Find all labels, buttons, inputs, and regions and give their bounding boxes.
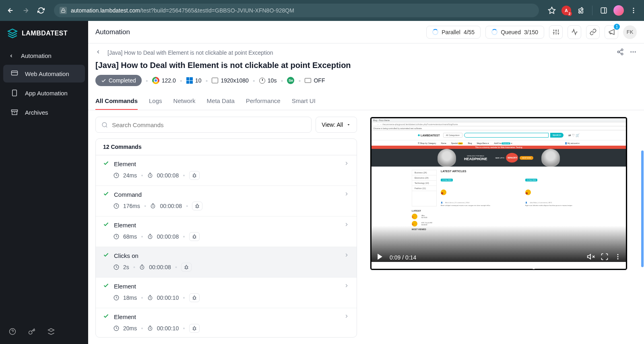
- svg-line-16: [619, 52, 621, 54]
- breadcrumb-back-icon[interactable]: [95, 49, 101, 56]
- command-row[interactable]: Element 24ms ● 00:00:08 ●: [96, 155, 357, 186]
- video-frame: Blog - Poco theme ← → ⟳ ecommerce-playgr…: [372, 118, 626, 269]
- help-icon[interactable]: [9, 328, 16, 337]
- sidebar-item-label: App Automation: [25, 90, 68, 97]
- bug-icon[interactable]: [181, 263, 192, 272]
- integrations-icon[interactable]: [47, 328, 55, 337]
- video-menu-button[interactable]: [614, 253, 621, 262]
- command-duration: 176ms: [123, 203, 140, 209]
- settings-icon-button[interactable]: [549, 25, 563, 39]
- breadcrumb: [Java] How to Deal with Element is not c…: [95, 48, 637, 57]
- spinner-icon: [491, 29, 497, 35]
- search-input[interactable]: [112, 122, 305, 128]
- view-dropdown[interactable]: View: All: [316, 117, 357, 133]
- svg-marker-1: [549, 7, 555, 14]
- video-progress-bar[interactable]: [374, 266, 623, 268]
- tab-metadata[interactable]: Meta Data: [207, 93, 235, 110]
- tab-smartui[interactable]: Smart UI: [292, 93, 316, 110]
- windows-icon: [186, 77, 193, 84]
- sidebar-item-archives[interactable]: Archives: [3, 103, 85, 121]
- video-controls: 0:09 / 0:14: [370, 248, 627, 270]
- play-button[interactable]: [376, 253, 384, 262]
- chevron-right-icon: [344, 252, 349, 260]
- bug-icon[interactable]: [189, 171, 200, 180]
- command-row[interactable]: Clicks on 2s ● 00:00:08 ●: [96, 247, 357, 278]
- sidepanel-icon[interactable]: [598, 5, 609, 16]
- browser-forward-button[interactable]: [20, 5, 31, 16]
- chevron-right-icon: [344, 161, 349, 168]
- svg-point-13: [621, 49, 623, 51]
- site-settings-icon[interactable]: [60, 7, 67, 14]
- fullscreen-button[interactable]: [601, 253, 609, 262]
- bug-icon[interactable]: [192, 202, 202, 210]
- clock-icon: [114, 295, 119, 301]
- svg-point-18: [630, 51, 632, 53]
- bug-icon[interactable]: [189, 232, 200, 241]
- browser-url-bar[interactable]: automation.lambdatest.com/test?build=256…: [54, 4, 539, 17]
- breadcrumb-text[interactable]: [Java] How to Deal with Element is not c…: [107, 49, 273, 56]
- svg-point-47: [617, 258, 619, 260]
- key-icon[interactable]: [28, 328, 35, 337]
- more-icon[interactable]: [630, 48, 637, 57]
- command-duration: 68ms: [123, 233, 137, 240]
- tab-network[interactable]: Network: [173, 93, 196, 110]
- extensions-icon[interactable]: [575, 5, 586, 16]
- svg-rect-25: [193, 174, 195, 177]
- sidebar-item-web-automation[interactable]: Web Automation: [3, 65, 85, 82]
- mute-button[interactable]: [587, 253, 595, 262]
- browser-profile-icon[interactable]: [613, 5, 624, 16]
- link-icon-button[interactable]: [586, 25, 600, 39]
- chevron-left-icon: [9, 54, 14, 58]
- tab-logs[interactable]: Logs: [149, 93, 162, 110]
- share-icon[interactable]: [617, 48, 624, 57]
- tab-performance[interactable]: Performance: [246, 93, 281, 110]
- browser-reload-button[interactable]: [35, 5, 47, 16]
- video-time: 0:09 / 0:14: [390, 254, 416, 261]
- command-row[interactable]: Element 68ms ● 00:00:08 ●: [96, 216, 357, 247]
- search-icon: [101, 122, 108, 128]
- svg-point-15: [621, 53, 623, 55]
- command-timestamp: 00:00:10: [157, 295, 179, 301]
- queued-status[interactable]: Queued 3/150: [485, 26, 544, 39]
- tab-all-commands[interactable]: All Commands: [95, 93, 138, 110]
- command-row[interactable]: Element 20ms ● 00:00:10 ●: [96, 308, 357, 338]
- sidebar-item-label: Web Automation: [25, 70, 69, 77]
- browser-meta: 122.0: [152, 77, 176, 84]
- command-row[interactable]: Command 176ms ● 00:00:08 ●: [96, 186, 357, 216]
- command-name: Element: [114, 161, 136, 167]
- announcement-icon-button[interactable]: 1: [605, 25, 618, 39]
- browser-menu-icon[interactable]: [628, 5, 639, 16]
- timer-icon: [147, 295, 153, 301]
- check-icon: [101, 78, 106, 83]
- sidebar: LAMBDATEST Automation Web Automation App…: [0, 21, 88, 344]
- check-icon: [103, 221, 109, 229]
- svg-rect-28: [196, 205, 198, 208]
- video-icon: [305, 78, 311, 83]
- commands-list: 12 Commands Element 24ms ● 00:00:08 ●: [95, 138, 357, 338]
- svg-rect-7: [12, 71, 18, 75]
- logo[interactable]: LAMBDATEST: [0, 21, 88, 47]
- search-commands[interactable]: [95, 117, 312, 133]
- sidebar-item-app-automation[interactable]: App Automation: [3, 84, 85, 102]
- extension-badge-icon[interactable]: A: [561, 6, 571, 15]
- url-path: /test?build=25647565&testId=GBBSO-JVIUN-…: [140, 7, 294, 14]
- logo-text: LAMBDATEST: [22, 30, 68, 37]
- bug-icon[interactable]: [189, 324, 200, 333]
- bug-icon[interactable]: [189, 293, 200, 302]
- scrollbar-thumb[interactable]: [641, 150, 644, 267]
- svg-marker-42: [588, 254, 591, 259]
- user-avatar[interactable]: FK: [623, 25, 637, 39]
- video-progress-thumb[interactable]: [531, 264, 536, 269]
- analytics-icon-button[interactable]: [568, 25, 581, 39]
- video-player[interactable]: Blog - Poco theme ← → ⟳ ecommerce-playgr…: [370, 117, 627, 270]
- command-row[interactable]: Element 18ms ● 00:00:10 ●: [96, 278, 357, 308]
- parallel-status[interactable]: Parallel 4/55: [426, 26, 481, 39]
- timer-icon: [147, 173, 153, 178]
- clock-icon: [114, 325, 119, 331]
- tabs: All Commands Logs Network Meta Data Perf…: [88, 93, 644, 110]
- sidebar-back[interactable]: Automation: [0, 47, 88, 64]
- svg-rect-34: [186, 266, 188, 269]
- bookmark-icon[interactable]: [546, 5, 557, 16]
- command-name: Element: [114, 283, 136, 290]
- browser-back-button[interactable]: [5, 5, 16, 16]
